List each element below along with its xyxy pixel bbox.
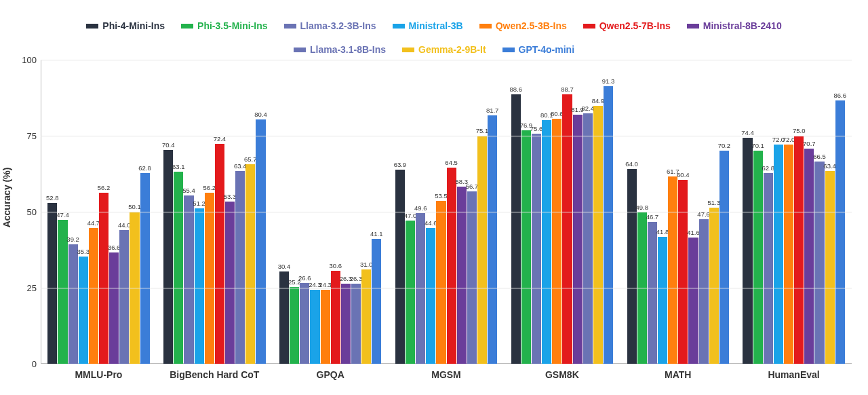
bar: 70.4 [163,150,173,364]
bar-value-label: 70.7 [803,140,816,147]
bar: 63.9 [395,170,405,364]
bar: 62.8 [140,173,150,364]
bar-value-label: 30.6 [329,262,342,269]
bar-value-label: 44.7 [87,219,100,227]
bar: 81.7 [488,115,497,364]
gridline [41,288,852,288]
bar-value-label: 53.5 [435,192,448,200]
bar-value-label: 50.1 [128,203,141,210]
bar: 60.4 [678,180,688,364]
bar-value-label: 46.7 [646,213,659,221]
y-tick-label: 75 [16,131,37,141]
bar-value-label: 63.4 [234,162,247,170]
bar: 64.0 [627,169,637,364]
bar: 55.4 [184,195,193,364]
legend-item: Gemma-2-9B-It [402,43,486,57]
bar: 61.7 [668,176,677,364]
bar: 41.8 [658,237,667,364]
bar-value-label: 31.0 [360,261,373,268]
bar: 26.3 [341,284,351,364]
bar: 72.0 [784,145,793,364]
bar: 36.6 [109,252,119,364]
bar: 53.3 [225,202,235,364]
legend-swatch [402,48,414,52]
bar-value-label: 64.5 [445,159,458,166]
legend-item: Llama-3.1-8B-Ins [294,43,386,57]
bar: 56.2 [205,193,214,364]
bar-value-label: 53.3 [224,193,237,200]
legend-label: Qwen2.5-3B-Ins [496,19,567,33]
gridline [41,212,852,212]
bar-value-label: 65.7 [244,155,257,163]
bar: 75.1 [477,136,487,364]
bar-value-label: 88.7 [561,86,574,93]
bar: 82.4 [583,113,593,364]
bar-value-label: 63.9 [394,161,407,168]
legend-label: Gemma-2-9B-It [418,43,486,57]
y-tick-label: 25 [16,283,37,293]
gridline [41,136,852,136]
category-label: MATH [620,369,736,380]
bar: 84.9 [593,106,603,364]
legend-item: Phi-4-Mini-Ins [86,19,165,33]
bar-value-label: 35.3 [77,248,90,255]
bar-value-label: 80.4 [254,111,267,118]
legend-label: Ministral-3B [409,19,463,33]
bar: 26.6 [300,283,309,364]
bar-value-label: 41.6 [687,229,700,236]
bar-value-label: 56.2 [203,184,216,191]
bar: 51.3 [709,208,719,364]
bar-value-label: 64.0 [625,160,638,168]
bar-value-label: 82.4 [581,105,594,112]
bar-value-label: 75.6 [530,125,543,132]
bar-value-label: 51.3 [707,199,720,206]
category-label: GSM8K [504,369,620,380]
bar: 76.9 [521,130,531,364]
bar-value-label: 63.4 [823,162,836,170]
bar-value-label: 75.0 [793,127,806,134]
bar: 44.7 [89,228,98,364]
legend-swatch [687,24,699,29]
bar: 70.7 [804,149,814,364]
category-label: HumanEval [736,369,852,380]
bar-value-label: 49.8 [636,204,649,211]
bar-value-label: 72.0 [783,136,795,143]
legend-swatch [294,48,306,52]
bar: 58.3 [457,187,467,364]
legend-swatch [284,24,296,29]
bar: 65.7 [245,164,255,364]
legend-swatch [393,24,405,29]
bar: 35.3 [79,257,88,364]
legend-item: Phi-3.5-Mini-Ins [181,19,267,33]
legend-swatch [502,48,515,52]
legend-swatch [86,24,98,29]
y-tick-label: 100 [16,55,37,65]
bar-value-label: 44.0 [118,221,131,229]
legend-label: Qwen2.5-7B-Ins [599,19,671,33]
bar: 63.1 [174,172,183,364]
bar: 51.2 [195,208,204,364]
bar: 75.0 [794,136,804,364]
legend-label: GPT-4o-mini [519,43,574,57]
bar: 30.6 [331,271,340,364]
bar: 25.2 [290,287,299,364]
bar: 91.3 [604,86,613,364]
legend-item: Qwen2.5-3B-Ins [479,19,567,33]
bar-value-label: 30.4 [278,263,291,270]
bar: 24.3 [310,290,319,364]
bar: 24.3 [321,290,330,364]
bar-value-label: 56.2 [98,184,111,191]
bar-value-label: 56.7 [466,183,479,190]
bar: 80.6 [552,119,561,364]
legend-label: Llama-3.2-3B-Ins [300,19,376,33]
bar: 44.0 [119,230,129,364]
bar: 39.2 [68,244,78,364]
bar: 63.4 [825,171,835,364]
legend-item: GPT-4o-mini [502,43,574,57]
legend-item: Llama-3.2-3B-Ins [284,19,376,33]
legend-swatch [479,24,492,29]
y-tick-label: 0 [16,359,37,369]
bar-value-label: 84.9 [592,97,605,105]
legend-label: Llama-3.1-8B-Ins [310,43,386,57]
legend-swatch [181,24,193,29]
